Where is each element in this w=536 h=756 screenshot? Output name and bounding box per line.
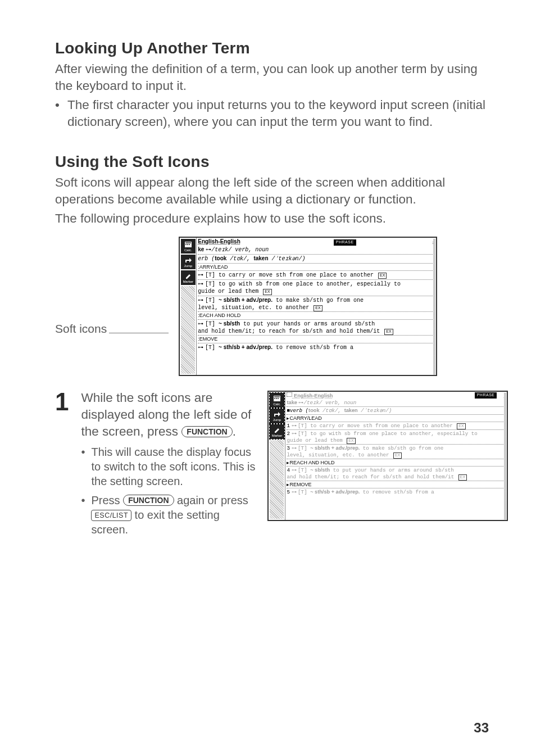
svg-rect-10 [276, 398, 277, 399]
ex-box-b1: EX [457, 423, 465, 429]
step-number: 1 [55, 390, 69, 414]
calc-icon: Calc. [181, 239, 196, 253]
forms-taken-ipa: /ˈteɪkən/) [269, 256, 306, 262]
ex-box2: EX [263, 289, 271, 295]
svg-rect-3 [185, 242, 191, 243]
ex-box-b3: EX [393, 452, 402, 459]
step1-para-b: . [233, 424, 236, 438]
calc-icon-2: Calc. [270, 393, 284, 408]
marker-icon: Marker [181, 270, 196, 285]
calc-icon-label-2: Calc. [273, 402, 281, 406]
def3c: level, situation, etc. to another [198, 305, 309, 311]
step1-sub2b: again or press [174, 494, 248, 506]
pos-2: verb, noun [322, 400, 357, 406]
ipa: /teɪk/ [211, 247, 231, 253]
def4c-2: and hold them/it; to reach for sb/sth an… [287, 474, 454, 480]
def2b-2: guide or lead them [287, 437, 342, 443]
def1: [T] to carry or move sth from one place … [205, 272, 374, 278]
def4pattern: ~ sb/sth [219, 320, 240, 327]
def2-2: [T] to go with sb from one place to anot… [298, 431, 478, 437]
jump-icon-label: Jump [184, 264, 192, 268]
step1-text: While the soft icons are displayed along… [81, 390, 255, 440]
ex-box-b2: EX [347, 438, 355, 444]
def5b-2: to remove sth/sb from a [360, 489, 434, 495]
scrollbar-hatch [433, 238, 435, 374]
marker-icon-2: Marker [270, 424, 284, 439]
lcd-screenshot-1: Calc. Jump Marker ↓ English-English [179, 237, 437, 376]
dict-title: English-English [198, 238, 240, 245]
svg-rect-11 [278, 398, 279, 399]
forms-taken: taken [253, 255, 268, 261]
page-number: 33 [474, 720, 489, 736]
svg-rect-4 [185, 244, 187, 245]
def3c-2: level, situation, etc. to another [287, 452, 389, 458]
def3a-2: [T] [298, 445, 310, 451]
esc-list-key: ESC/LIST [91, 510, 131, 521]
def3pattern-2: ~ sb/sth + adv./prep. [310, 445, 360, 451]
function-key-2: FUNCTION [123, 495, 174, 506]
def3pattern: ~ sb/sth + adv./prep. [219, 297, 272, 303]
section1-bullet: The first character you input returns yo… [55, 97, 490, 130]
calc-icon-label: Calc. [184, 248, 192, 252]
icon-column-hatch-2 [270, 440, 284, 519]
step1-sub1: This will cause the display focus to swi… [81, 445, 255, 488]
sense-carry-2: ▸CARRY/LEAD [287, 414, 506, 422]
def3b: to make sb/sth go from one [272, 297, 364, 304]
soft-icon-column: Calc. Jump Marker [180, 238, 197, 375]
forms-took-ipa: /tʊk/, [226, 256, 253, 262]
headword: ke [198, 246, 206, 252]
section1-heading: Looking Up Another Term [55, 39, 490, 57]
phrase-badge-2: PHRASE [475, 392, 497, 399]
svg-rect-9 [274, 398, 275, 399]
forms-took-ipa-2: /tʊk/, [320, 408, 344, 414]
phrase-badge: PHRASE [334, 239, 356, 246]
callout-line [109, 333, 169, 333]
forms-took-2: took [308, 408, 319, 413]
svg-rect-8 [274, 396, 280, 397]
section1-para: After viewing the definition of a term, … [55, 61, 490, 94]
def3b-2: to make sb/sth go from one [360, 445, 443, 451]
step1-sub2a: Press [91, 494, 123, 506]
svg-rect-5 [187, 244, 188, 245]
dotted-selection [287, 392, 292, 397]
step1-sub2: Press FUNCTION again or press ESC/LIST t… [81, 493, 255, 537]
ex-box3: EX [314, 305, 322, 311]
def4c: and hold them/it; to reach for sb/sth an… [198, 328, 380, 334]
lcd-body-1: ↓ English-English PHRASE ke ⊶/teɪk/ verb… [197, 238, 436, 375]
def5a-2: [T] [298, 489, 310, 495]
dict-title-2: English-English [292, 393, 333, 399]
lcd-screenshot-2: Calc. Jump Marker ↓ English-English [267, 391, 508, 521]
forms-pre: erb ( [198, 256, 215, 262]
sense-remove-2: ▸REMOVE [287, 481, 506, 488]
def2: [T] to go with sb from one place to anot… [205, 281, 401, 287]
forms-taken-2: taken [344, 408, 358, 413]
headword-2: take [287, 400, 298, 405]
ex-box-b4: EX [458, 474, 467, 481]
soft-icons-label: Soft icons [55, 322, 107, 336]
def1-2: [T] to carry or move sth from one place … [298, 423, 453, 429]
forms-took: took [215, 255, 226, 261]
def4pattern-2: ~ sb/sth [310, 467, 330, 473]
def5pattern: ~ sth/sb + adv./prep. [219, 344, 272, 350]
def4b: to put your hands or arms around sb/sth [240, 321, 375, 327]
def3a: [T] [205, 297, 219, 304]
marker-icon-label: Marker [183, 280, 193, 283]
soft-icon-column-selected: Calc. Jump Marker [269, 392, 285, 520]
def4b-2: to put your hands or arms around sb/sth [330, 467, 454, 473]
sense-reach: :EACH AND HOLD [198, 311, 435, 319]
sense-reach-2: ▸REACH AND HOLD [287, 459, 506, 467]
ipa-2: /teɪk/ [303, 400, 322, 406]
sense-remove: :EMOVE [198, 335, 435, 343]
scrollbar-hatch-2 [504, 392, 506, 519]
pos: verb, noun [231, 247, 269, 253]
section2-para1: Soft icons will appear along the left si… [55, 174, 490, 208]
def4a-2: [T] [298, 467, 310, 473]
svg-rect-6 [189, 244, 190, 245]
jump-icon: Jump [181, 255, 196, 269]
section2-heading: Using the Soft Icons [55, 153, 490, 171]
def5b: to remove sth/sb from a [272, 345, 353, 351]
def5a: [T] [205, 345, 219, 351]
function-key: FUNCTION [181, 426, 232, 437]
ex-box: EX [378, 273, 387, 279]
step-1: 1 While the soft icons are displayed alo… [55, 390, 490, 541]
